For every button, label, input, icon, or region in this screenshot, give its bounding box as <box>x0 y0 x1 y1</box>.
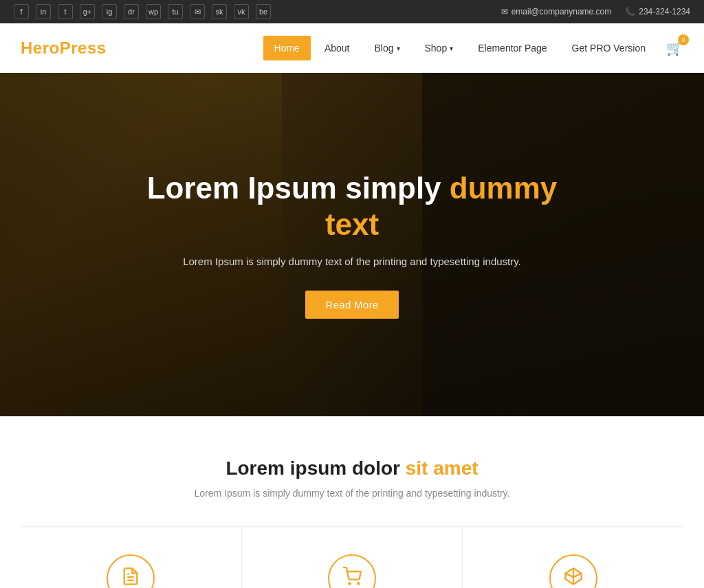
main-nav: Home About Blog ▾ Shop ▾ Elementor Page … <box>263 36 683 60</box>
social-links[interactable]: f in t g+ ig dr wp tu ✉ sk vk be <box>14 4 271 19</box>
vk-icon[interactable]: vk <box>234 4 249 19</box>
email-info: ✉ email@companyname.com <box>501 7 612 16</box>
blog-chevron-icon: ▾ <box>397 45 400 52</box>
skype-icon[interactable]: sk <box>212 4 227 19</box>
header: HeroPress Home About Blog ▾ Shop ▾ Eleme… <box>0 23 704 73</box>
logo[interactable]: HeroPress <box>21 38 107 58</box>
nav-elementor[interactable]: Elementor Page <box>467 36 558 60</box>
card-2: Lorem ipsum dolor <box>242 527 463 588</box>
nav-home[interactable]: Home <box>263 36 311 60</box>
cards-row: Lorem ipsum dolor Lorem ipsum dolor <box>21 526 683 588</box>
card-3-icon-wrap <box>549 554 597 588</box>
hero-title-main: Lorem Ipsum simply <box>147 171 441 205</box>
hero-cta-button[interactable]: Read More <box>305 291 399 319</box>
document-icon <box>121 567 140 589</box>
svg-point-2 <box>349 583 350 584</box>
nav-pro[interactable]: Get PRO Version <box>561 36 657 60</box>
card-1-icon-wrap <box>107 554 155 588</box>
diamond-icon <box>564 567 583 589</box>
hero-subtitle: Lorem Ipsum is simply dummy text of the … <box>125 253 579 270</box>
features-section: Lorem ipsum dolor sit amet Lorem Ipsum i… <box>0 416 704 588</box>
section-title-accent2: sit amet <box>406 457 478 479</box>
tumblr-icon[interactable]: tu <box>168 4 183 19</box>
twitter-icon[interactable]: t <box>58 4 73 19</box>
cart-badge: 0 <box>678 34 689 45</box>
logo-accent: Press <box>60 38 107 57</box>
hero-title: Lorem Ipsum simply dummy text <box>125 170 579 243</box>
email-icon: ✉ <box>501 7 508 16</box>
nav-shop[interactable]: Shop ▾ <box>414 36 465 60</box>
svg-point-3 <box>358 583 359 584</box>
email-address: email@companyname.com <box>512 7 612 16</box>
card-2-icon-wrap <box>328 554 376 588</box>
wordpress-icon[interactable]: wp <box>146 4 161 19</box>
nav-about[interactable]: About <box>314 36 361 60</box>
section-title: Lorem ipsum dolor sit amet <box>21 457 683 479</box>
top-bar: f in t g+ ig dr wp tu ✉ sk vk be ✉ email… <box>0 0 704 23</box>
phone-number: 234-324-1234 <box>639 7 690 16</box>
cart-button[interactable]: 🛒 0 <box>666 40 683 56</box>
phone-icon: 📞 <box>625 7 635 16</box>
cart-icon <box>342 567 362 589</box>
card-1: Lorem ipsum dolor <box>21 527 242 588</box>
phone-info: 📞 234-324-1234 <box>625 7 690 16</box>
shop-chevron-icon: ▾ <box>450 45 453 52</box>
contact-info: ✉ email@companyname.com 📞 234-324-1234 <box>501 7 690 16</box>
instagram-icon[interactable]: ig <box>102 4 117 19</box>
hero-content: Lorem Ipsum simply dummy text Lorem Ipsu… <box>111 170 593 319</box>
card-3: Lorem ipsum dolor <box>463 527 683 588</box>
behance-icon[interactable]: be <box>256 4 271 19</box>
logo-text: Hero <box>21 38 60 57</box>
dribbble-icon[interactable]: dr <box>124 4 139 19</box>
googleplus-icon[interactable]: g+ <box>80 4 95 19</box>
email-social-icon[interactable]: ✉ <box>190 4 205 19</box>
section-subtitle: Lorem Ipsum is simply dummy text of the … <box>21 488 683 499</box>
section-title-main: Lorem ipsum dolor <box>226 457 400 479</box>
linkedin-icon[interactable]: in <box>36 4 51 19</box>
facebook-icon[interactable]: f <box>14 4 29 19</box>
nav-blog[interactable]: Blog ▾ <box>363 36 410 60</box>
hero-section: Lorem Ipsum simply dummy text Lorem Ipsu… <box>0 73 704 416</box>
